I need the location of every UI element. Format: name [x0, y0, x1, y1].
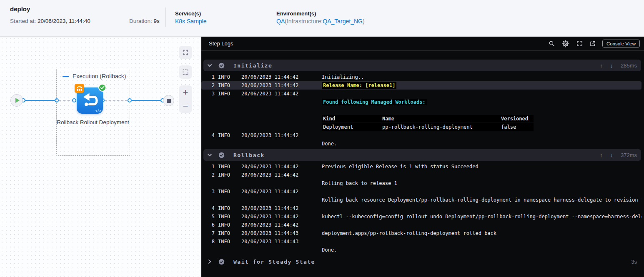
log-line[interactable]: 3INFO20/06/2023 11:44:42	[201, 187, 641, 196]
zoom-out-button[interactable]: −	[183, 102, 188, 111]
log-level: INFO	[218, 91, 235, 97]
fullscreen-icon[interactable]	[576, 40, 583, 47]
end-node[interactable]	[163, 95, 174, 106]
log-line[interactable]: Rolling back resource Deployment/pp-roll…	[201, 196, 641, 204]
log-line[interactable]: Deploymentpp-rollback-rolling-deployment…	[201, 123, 641, 131]
log-timestamp: 20/06/2023 11:44:42	[241, 132, 318, 138]
log-line[interactable]: 2INFO20/06/2023 11:44:42	[201, 171, 641, 179]
log-section: Wait for Steady State3s	[201, 256, 644, 267]
log-line[interactable]: 4INFO20/06/2023 11:44:42	[201, 204, 641, 212]
zoom-in-button[interactable]: +	[183, 88, 188, 97]
start-node[interactable]	[10, 94, 23, 107]
log-line[interactable]	[201, 106, 641, 115]
line-number: 4	[202, 205, 215, 211]
log-message: Deploymentpp-rollback-rolling-deployment…	[322, 123, 534, 131]
service-link[interactable]: K8s Sample	[175, 18, 206, 25]
pipeline-graph-canvas[interactable]: Execution (Rollback)	[0, 37, 201, 277]
table-cell: Name	[382, 115, 501, 122]
log-line[interactable]: 6INFO20/06/2023 11:44:42	[201, 221, 641, 229]
environment-link-part[interactable]: QA	[276, 18, 285, 25]
log-text: Release Name: [release1]	[322, 82, 396, 89]
log-level: INFO	[218, 189, 235, 195]
step-success-icon	[218, 152, 225, 158]
step-node-label: Rollback Rollout Deployment	[55, 118, 130, 127]
edge-group-to-end	[132, 100, 160, 101]
log-message: KindNameVersioned	[322, 115, 534, 122]
table-cell: Versioned	[501, 115, 534, 122]
log-message: deployment.apps/pp-rollback-rolling-depl…	[322, 230, 496, 236]
log-message: Release Name: [release1]	[322, 82, 396, 89]
log-line[interactable]: 5INFO20/06/2023 11:44:42kubectl --kubeco…	[201, 212, 641, 221]
console-title: Step Logs	[209, 40, 233, 47]
marquee-select-button[interactable]	[179, 65, 192, 79]
step-success-icon	[218, 62, 225, 69]
chevron-right-icon[interactable]	[207, 259, 213, 264]
scroll-up-icon[interactable]: ↑	[600, 152, 603, 158]
section-duration: 285ms	[615, 62, 637, 69]
pipeline-title: deploy	[10, 5, 30, 12]
log-message: Done.	[322, 141, 337, 147]
line-number: 5	[202, 214, 215, 220]
environment-text-part: )	[363, 18, 365, 25]
log-text: Rolling back resource Deployment/pp-roll…	[322, 197, 641, 203]
log-line[interactable]: 1INFO20/06/2023 11:44:42Previous eligibl…	[201, 162, 641, 171]
line-number: 8	[202, 239, 215, 245]
log-text: kubectl --kubeconfig=config rollout undo…	[322, 214, 641, 220]
environment-link-part[interactable]: QA_Target_NG	[323, 18, 363, 25]
log-line[interactable]: Done.	[201, 140, 641, 148]
log-line[interactable]: 1INFO20/06/2023 11:44:42Initializing..	[201, 73, 641, 81]
log-line[interactable]: KindNameVersioned	[201, 115, 641, 123]
section-duration: 372ms	[615, 152, 637, 158]
collapse-icon[interactable]	[63, 76, 69, 77]
search-icon[interactable]	[548, 40, 555, 47]
log-section-header[interactable]: Wait for Steady State3s	[203, 256, 641, 267]
log-line[interactable]: 3INFO20/06/2023 11:44:42	[201, 90, 641, 98]
execution-group-label[interactable]: Execution (Rollback)	[63, 73, 126, 80]
log-section-header[interactable]: Rollback↑↓372ms	[203, 149, 641, 161]
log-section-header[interactable]: Initialize↑↓285ms	[203, 60, 641, 71]
log-line[interactable]: Done.	[201, 246, 641, 254]
scroll-down-icon[interactable]: ↓	[610, 62, 613, 69]
log-timestamp: 20/06/2023 11:44:43	[241, 239, 318, 245]
table-cell: Kind	[322, 115, 382, 122]
environment-link[interactable]: QA(Infrastructure:QA_Target_NG)	[276, 18, 365, 25]
fit-view-button[interactable]	[179, 46, 192, 59]
line-number: 2	[202, 172, 215, 178]
section-log-lines: 1INFO20/06/2023 11:44:42Initializing..2I…	[201, 73, 644, 148]
line-number: 6	[202, 222, 215, 228]
log-line[interactable]: 7INFO20/06/2023 11:44:43deployment.apps/…	[201, 229, 641, 237]
scroll-up-icon[interactable]: ↑	[600, 62, 603, 69]
console-header: Step Logs	[201, 37, 644, 51]
chevron-down-icon[interactable]	[207, 63, 213, 68]
log-message: Rolling back to release 1	[322, 180, 397, 186]
chevron-down-icon[interactable]	[207, 152, 213, 157]
step-success-icon	[218, 259, 225, 265]
log-level: INFO	[218, 82, 235, 88]
console-view-button[interactable]: Console View	[602, 40, 640, 47]
step-node-rollback[interactable]: </>	[77, 87, 103, 114]
log-text: Previous eligible Release is 1 with stat…	[322, 164, 479, 170]
section-log-lines: 1INFO20/06/2023 11:44:42Previous eligibl…	[201, 162, 644, 254]
stop-icon	[167, 99, 171, 103]
log-message: Rolling back resource Deployment/pp-roll…	[322, 197, 641, 203]
log-line[interactable]: 8INFO20/06/2023 11:44:43	[201, 237, 641, 246]
scroll-down-icon[interactable]: ↓	[610, 152, 613, 158]
log-line[interactable]: Rolling back to release 1	[201, 179, 641, 187]
line-number: 1	[202, 74, 215, 80]
log-section: Initialize↑↓285ms1INFO20/06/2023 11:44:4…	[201, 60, 644, 148]
table-cell: false	[501, 123, 534, 131]
log-line[interactable]: 4INFO20/06/2023 11:44:42	[201, 131, 641, 140]
duration: Duration: 9s	[129, 18, 160, 24]
log-line[interactable]: Found following Managed Workloads:	[201, 98, 641, 106]
log-text: deployment.apps/pp-rollback-rolling-depl…	[322, 230, 496, 236]
line-number: 7	[202, 230, 215, 236]
section-title: Initialize	[233, 62, 272, 69]
log-level: INFO	[218, 164, 235, 170]
log-body[interactable]: Initialize↑↓285ms1INFO20/06/2023 11:44:4…	[201, 51, 644, 277]
gear-icon[interactable]	[561, 40, 570, 48]
log-line[interactable]: 2INFO20/06/2023 11:44:42Release Name: [r…	[201, 81, 641, 90]
log-level: INFO	[218, 214, 235, 220]
line-number: 3	[202, 91, 215, 97]
scroll-arrows: ↑↓	[600, 62, 613, 69]
open-in-new-icon[interactable]	[589, 40, 596, 47]
